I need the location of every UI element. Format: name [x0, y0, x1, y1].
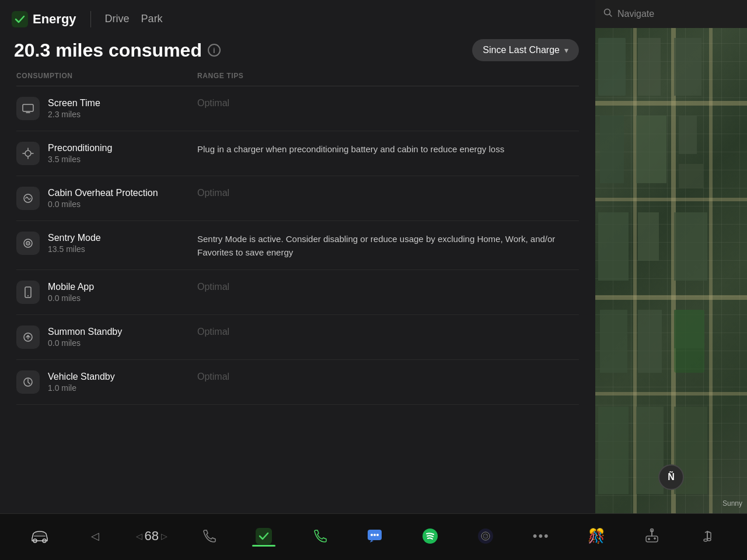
- map-panel: Navigate: [595, 0, 747, 513]
- sentry-mode-info: Sentry Mode 13.5 miles: [48, 233, 101, 254]
- columns-header: CONSUMPTION RANGE TIPS: [16, 72, 579, 86]
- svg-point-31: [486, 534, 487, 536]
- compass-label: Ñ: [668, 472, 675, 482]
- range-tip: Optimal: [197, 281, 579, 292]
- svg-point-23: [371, 534, 373, 536]
- tab-park[interactable]: Park: [141, 10, 163, 27]
- svg-rect-21: [256, 528, 272, 544]
- consumption-left: Preconditioning 3.5 miles: [16, 142, 197, 165]
- taskbar-item-messages[interactable]: [360, 528, 389, 546]
- info-icon[interactable]: i: [208, 44, 221, 57]
- screen-time-icon: [16, 97, 40, 120]
- phone-icon: [194, 528, 223, 544]
- subheader: 20.3 miles consumed i Since Last Charge …: [0, 33, 595, 72]
- item-name: Vehicle Standby: [48, 372, 115, 382]
- svg-point-25: [376, 534, 379, 536]
- taskbar-item-back[interactable]: ◁: [81, 530, 110, 545]
- taskbar-item-camera[interactable]: [471, 528, 500, 547]
- consumption-left: Sentry Mode 13.5 miles: [16, 232, 197, 255]
- joystick-icon: [637, 528, 666, 544]
- taskbar-item-call[interactable]: [305, 528, 334, 546]
- app-title: Energy: [33, 12, 76, 27]
- since-charge-button[interactable]: Since Last Charge ▾: [472, 39, 579, 61]
- taskbar-item-audio[interactable]: [693, 528, 722, 547]
- taskbar-item-more[interactable]: •••: [526, 528, 556, 546]
- taskbar-item-joystick[interactable]: [637, 528, 666, 547]
- back-arrow-icon: ◁: [81, 530, 110, 542]
- table-row: Preconditioning 3.5 miles Plug in a char…: [16, 131, 579, 176]
- car-icon: [25, 528, 54, 544]
- screen-time-info: Screen Time 2.3 miles: [48, 98, 100, 119]
- compass-button[interactable]: Ñ: [658, 464, 684, 490]
- item-miles: 3.5 miles: [48, 155, 112, 164]
- svg-point-11: [27, 243, 29, 244]
- map-background: [595, 28, 747, 513]
- tip-text: Optimal: [197, 98, 229, 108]
- search-placeholder[interactable]: Navigate: [617, 9, 654, 19]
- map-search-bar: Navigate: [595, 0, 747, 28]
- svg-point-13: [27, 295, 29, 296]
- map-location-label: Sunny: [722, 499, 742, 508]
- item-miles: 2.3 miles: [48, 110, 100, 119]
- energy-checkmark-icon: [12, 11, 28, 27]
- item-name: Mobile App: [48, 282, 94, 292]
- chevron-down-icon: ▾: [564, 46, 568, 55]
- item-miles: 0.0 miles: [48, 338, 122, 348]
- tip-text: Optimal: [197, 188, 229, 198]
- tip-text: Plug in a charger when preconditioning b…: [197, 144, 504, 154]
- search-icon: [603, 8, 613, 20]
- miles-consumed: 20.3 miles consumed i: [14, 40, 221, 61]
- miles-title: 20.3 miles consumed: [14, 40, 202, 61]
- svg-point-24: [374, 534, 376, 536]
- svg-point-35: [648, 538, 650, 540]
- range-tip: Optimal: [197, 187, 579, 198]
- table-row: Cabin Overheat Protection 0.0 miles Opti…: [16, 176, 579, 221]
- nav-tabs: Drive Park: [105, 10, 163, 27]
- taskbar-item-spotify[interactable]: [416, 528, 445, 547]
- table-row: Sentry Mode 13.5 miles Sentry Mode is ac…: [16, 221, 579, 270]
- svg-rect-0: [12, 11, 28, 27]
- range-tip: Optimal: [197, 370, 579, 382]
- consumption-left: Cabin Overheat Protection 0.0 miles: [16, 187, 197, 210]
- energy-logo: Energy: [12, 11, 76, 27]
- mobile-app-icon: [16, 281, 40, 304]
- sentry-mode-icon: [16, 232, 40, 255]
- taskbar: ◁ ◁ 68 ▷: [0, 513, 747, 560]
- temp-down-icon: ◁: [136, 531, 142, 541]
- table-row: Mobile App 0.0 miles Optimal: [16, 270, 579, 315]
- svg-rect-1: [23, 104, 33, 111]
- header: Energy Drive Park: [0, 0, 595, 33]
- call-icon: [305, 528, 334, 544]
- games-icon: 🎊: [582, 528, 611, 544]
- range-tips-column-header: RANGE TIPS: [197, 72, 579, 80]
- taskbar-item-energy[interactable]: [249, 528, 278, 547]
- range-tip: Sentry Mode is active. Consider disablin…: [197, 232, 579, 259]
- vehicle-standby-icon: [16, 370, 40, 394]
- map-view[interactable]: Ñ Sunny: [595, 28, 747, 513]
- temp-up-icon: ▷: [161, 531, 167, 541]
- item-name: Sentry Mode: [48, 233, 101, 243]
- range-tip: Plug in a charger when preconditioning b…: [197, 142, 579, 156]
- messages-icon: [360, 528, 389, 544]
- spotify-icon: [416, 528, 445, 544]
- cabin-overheat-icon: [16, 187, 40, 210]
- taskbar-item-phone[interactable]: [194, 528, 223, 546]
- consumption-left: Vehicle Standby 1.0 mile: [16, 370, 197, 394]
- camera-icon: [471, 528, 500, 544]
- energy-app-icon: [249, 528, 278, 544]
- tab-drive[interactable]: Drive: [105, 10, 130, 27]
- range-tip: Optimal: [197, 326, 579, 337]
- table-row: Summon Standby 0.0 miles Optimal: [16, 315, 579, 360]
- consumption-left: Summon Standby 0.0 miles: [16, 326, 197, 349]
- tip-text: Optimal: [197, 372, 229, 382]
- taskbar-item-car[interactable]: [25, 528, 54, 547]
- item-name: Screen Time: [48, 98, 100, 108]
- taskbar-item-temperature[interactable]: ◁ 68 ▷: [136, 528, 167, 546]
- vehicle-standby-info: Vehicle Standby 1.0 mile: [48, 372, 115, 393]
- consumption-column-header: CONSUMPTION: [16, 72, 197, 80]
- taskbar-item-games[interactable]: 🎊: [582, 528, 611, 547]
- svg-rect-37: [654, 537, 655, 540]
- preconditioning-icon: [16, 142, 40, 165]
- consumption-left: Mobile App 0.0 miles: [16, 281, 197, 304]
- item-name: Preconditioning: [48, 143, 112, 153]
